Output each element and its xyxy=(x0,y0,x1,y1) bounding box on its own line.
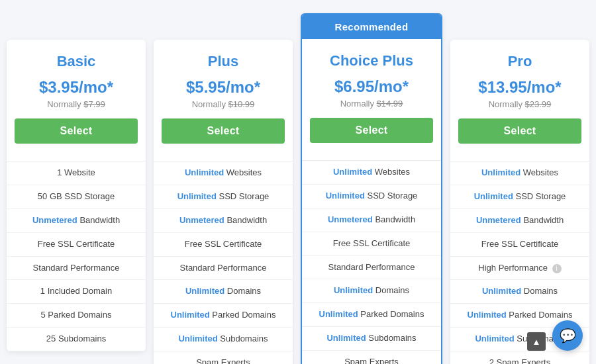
plan-inner-basic: Basic$3.95/mo*Normally $7.99Select xyxy=(7,40,146,157)
feature-item: Free SSL Certificate xyxy=(302,232,441,256)
feature-item: Unmetered Bandwidth xyxy=(154,209,293,233)
highlight-text: Unmetered xyxy=(179,215,224,225)
feature-item: High Performance i xyxy=(450,257,589,281)
highlight-text: Unmetered xyxy=(328,214,373,224)
feature-item: Unlimited Parked Domains xyxy=(302,303,441,327)
feature-item: 1 Website xyxy=(7,161,146,185)
feature-item: Free SSL Certificate xyxy=(154,233,293,257)
feature-item: Standard Performance xyxy=(7,257,146,281)
plan-inner-choice-plus: Choice Plus$6.95/mo*Normally $14.99Selec… xyxy=(302,39,441,156)
highlight-text: Unlimited xyxy=(333,167,372,177)
feature-item: 2 Spam Experts xyxy=(450,351,589,364)
plan-name-pro: Pro xyxy=(458,53,581,70)
highlight-text: Unlimited xyxy=(334,285,373,295)
plan-card-plus: Plus$5.95/mo*Normally $10.99SelectUnlimi… xyxy=(154,40,293,364)
feature-item: Spam Experts xyxy=(154,351,293,364)
plan-name-plus: Plus xyxy=(162,53,285,70)
feature-item: Unlimited Domains xyxy=(450,280,589,304)
scroll-up-button[interactable]: ▲ xyxy=(527,332,546,351)
highlight-text: Unlimited xyxy=(481,167,521,177)
feature-item: Unlimited SSD Storage xyxy=(302,185,441,208)
highlight-text: Unlimited xyxy=(468,310,507,320)
feature-item: 5 Parked Domains xyxy=(7,304,146,328)
plan-price-pro: $13.95/mo* xyxy=(458,78,581,97)
highlight-text: Unlimited xyxy=(475,334,514,343)
highlight-text: Unlimited xyxy=(185,167,224,177)
feature-item: Standard Performance xyxy=(302,256,441,280)
plan-normal-price-plus: Normally $10.99 xyxy=(162,99,285,109)
plan-price-basic: $3.95/mo* xyxy=(15,78,138,97)
highlight-text: Unlimited xyxy=(171,310,210,320)
plan-name-choice-plus: Choice Plus xyxy=(310,52,433,69)
feature-item: Unlimited Subdomains xyxy=(302,327,441,351)
plan-normal-price-choice-plus: Normally $14.99 xyxy=(310,99,433,109)
highlight-text: Unlimited xyxy=(482,286,521,296)
plan-card-pro: Pro$13.95/mo*Normally $23.99SelectUnlimi… xyxy=(450,40,589,364)
highlight-text: Unlimited xyxy=(177,191,217,201)
select-button-choice-plus[interactable]: Select xyxy=(310,118,433,143)
highlight-text: Unlimited xyxy=(326,191,365,201)
plan-name-basic: Basic xyxy=(15,53,138,70)
highlight-text: Unlimited xyxy=(326,333,366,343)
chat-button[interactable]: 💬 xyxy=(552,320,583,351)
info-icon[interactable]: i xyxy=(552,264,562,273)
plan-inner-plus: Plus$5.95/mo*Normally $10.99Select xyxy=(154,40,293,157)
plan-price-choice-plus: $6.95/mo* xyxy=(310,77,433,96)
features-list-plus: Unlimited WebsitesUnlimited SSD StorageU… xyxy=(154,161,293,364)
feature-item: Unlimited SSD Storage xyxy=(154,185,293,209)
highlight-text: Unlimited xyxy=(319,309,358,319)
highlight-text: Unlimited xyxy=(178,334,217,343)
feature-item: Unlimited Parked Domains xyxy=(154,304,293,328)
features-list-choice-plus: Unlimited WebsitesUnlimited SSD StorageU… xyxy=(302,160,441,364)
highlight-text: Unmetered xyxy=(476,215,521,225)
plan-price-plus: $5.95/mo* xyxy=(162,78,285,97)
plan-card-basic: Basic$3.95/mo*Normally $7.99Select1 Webs… xyxy=(7,40,146,351)
highlight-text: Unlimited xyxy=(185,286,224,296)
feature-item: Unmetered Bandwidth xyxy=(450,209,589,233)
feature-item: Spam Experts xyxy=(302,351,441,364)
feature-item: Unlimited SSD Storage xyxy=(450,185,589,209)
feature-item: Free SSL Certificate xyxy=(450,233,589,257)
feature-item: Unlimited Domains xyxy=(154,280,293,304)
features-list-basic: 1 Website50 GB SSD StorageUnmetered Band… xyxy=(7,161,146,351)
feature-item: 25 Subdomains xyxy=(7,328,146,351)
feature-item: Unlimited Websites xyxy=(154,161,293,185)
plan-card-choice-plus: RecommendedChoice Plus$6.95/mo*Normally … xyxy=(301,13,442,364)
feature-item: Unlimited Domains xyxy=(302,279,441,303)
feature-item: 50 GB SSD Storage xyxy=(7,185,146,209)
feature-item: Unlimited Websites xyxy=(302,161,441,185)
select-button-plus[interactable]: Select xyxy=(162,118,285,144)
highlight-text: Unlimited xyxy=(474,191,513,201)
plan-normal-price-basic: Normally $7.99 xyxy=(15,99,138,109)
feature-item: Unmetered Bandwidth xyxy=(7,209,146,233)
select-button-basic[interactable]: Select xyxy=(15,118,138,144)
feature-item: Standard Performance xyxy=(154,257,293,281)
select-button-pro[interactable]: Select xyxy=(458,118,581,144)
plan-inner-pro: Pro$13.95/mo*Normally $23.99Select xyxy=(450,40,589,157)
plan-normal-price-pro: Normally $23.99 xyxy=(458,99,581,109)
feature-item: Free SSL Certificate xyxy=(7,233,146,257)
pricing-wrapper: Basic$3.95/mo*Normally $7.99Select1 Webs… xyxy=(7,13,589,364)
feature-item: 1 Included Domain xyxy=(7,280,146,304)
feature-item: Unlimited Websites xyxy=(450,161,589,185)
feature-item: Unmetered Bandwidth xyxy=(302,208,441,232)
feature-item: Unlimited Subdomains xyxy=(154,328,293,351)
highlight-text: Unmetered xyxy=(32,215,77,225)
recommended-badge: Recommended xyxy=(302,15,441,39)
